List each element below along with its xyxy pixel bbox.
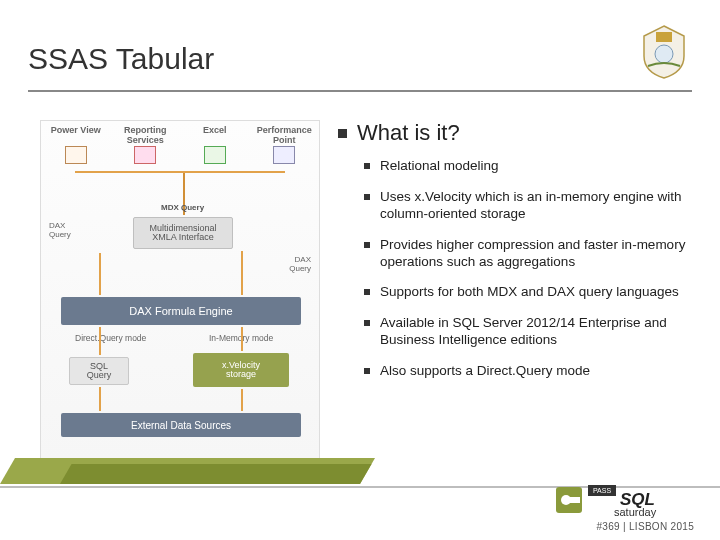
svg-point-3 (561, 495, 571, 505)
client-label: Reporting Services (115, 125, 175, 145)
perfpoint-icon (273, 146, 295, 164)
bullet-square-icon (338, 129, 347, 138)
powerview-icon (65, 146, 87, 164)
sqlsaturday-logo-icon: PASS SQL saturday (554, 483, 694, 519)
svg-rect-0 (656, 32, 672, 42)
footer-logo: PASS SQL saturday #369 | LISBON 2015 (554, 483, 694, 532)
list-item: Relational modeling (364, 158, 690, 175)
content: Power View Reporting Services Excel Perf… (40, 120, 690, 460)
architecture-diagram: Power View Reporting Services Excel Perf… (40, 120, 320, 460)
external-sources-box: External Data Sources (61, 413, 301, 437)
client-label: Excel (185, 125, 245, 145)
main-heading-text: What is it? (357, 120, 460, 146)
multidimensional-box: Multidimensional XMLA Interface (133, 217, 233, 249)
connector-line (99, 387, 101, 411)
title-underline (28, 90, 692, 92)
excel-icon (204, 146, 226, 164)
logo-sub-text: saturday (614, 506, 657, 518)
connector-line (99, 253, 101, 295)
box-line: storage (226, 370, 256, 379)
main-heading: What is it? (338, 120, 690, 146)
client-icons-row (41, 143, 319, 167)
logo-top-text: PASS (593, 487, 611, 494)
box-line: Query (87, 371, 112, 380)
reporting-icon (134, 146, 156, 164)
bullet-list: Relational modeling Uses x.Velocity whic… (338, 158, 690, 380)
box-line: XMLA Interface (152, 233, 214, 242)
mode-label: Direct.Query mode (75, 333, 146, 343)
connector-line (241, 327, 243, 351)
connector-line (241, 389, 243, 411)
xvelocity-box: x.Velocity storage (193, 353, 289, 387)
list-item: Available in SQL Server 2012/14 Enterpri… (364, 315, 690, 349)
footer-accent (0, 458, 360, 484)
dax-query-label: DAX Query (277, 255, 311, 273)
connector-line (99, 327, 101, 355)
formula-engine-box: DAX Formula Engine (61, 297, 301, 325)
text-column: What is it? Relational modeling Uses x.V… (338, 120, 690, 460)
page-title: SSAS Tabular (28, 42, 692, 76)
connector-line (75, 171, 285, 173)
dax-query-label: DAX Query (49, 221, 89, 239)
title-row: SSAS Tabular (28, 42, 692, 76)
event-label: #369 | LISBON 2015 (596, 521, 694, 532)
sql-query-box: SQL Query (69, 357, 129, 385)
svg-point-1 (655, 45, 673, 63)
list-item: Supports for both MDX and DAX query lang… (364, 284, 690, 301)
connector-line (241, 251, 243, 295)
svg-rect-4 (570, 497, 580, 503)
crest-icon (634, 22, 694, 82)
client-label: Power View (46, 125, 106, 145)
list-item: Uses x.Velocity which is an in-memory en… (364, 189, 690, 223)
client-headers: Power View Reporting Services Excel Perf… (41, 125, 319, 145)
client-label: Performance Point (254, 125, 314, 145)
list-item: Provides higher compression and faster i… (364, 237, 690, 271)
list-item: Also supports a Direct.Query mode (364, 363, 690, 380)
slide: SSAS Tabular Power View Reporting Servic… (0, 0, 720, 540)
mdx-query-label: MDX Query (161, 203, 204, 212)
